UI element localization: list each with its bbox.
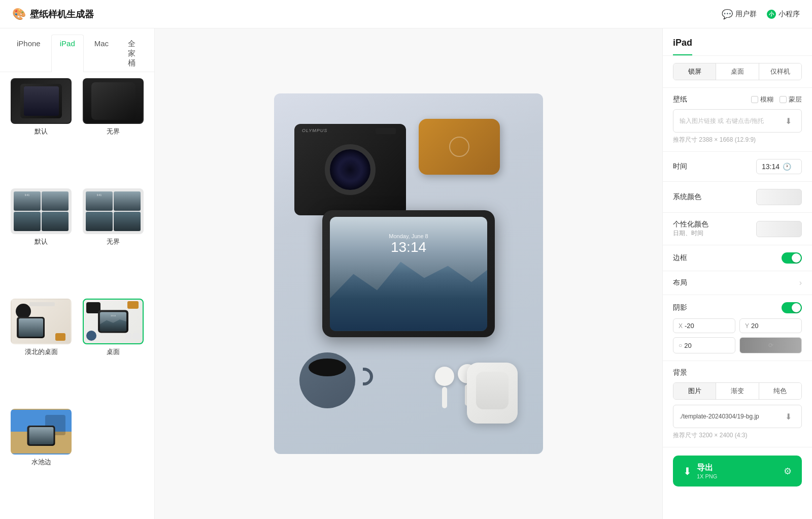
blur-circle-icon: ○ — [679, 342, 682, 349]
template-thumb-t1[interactable] — [11, 78, 72, 124]
fog-label: 蒙层 — [789, 95, 802, 104]
wallpaper-hint: 推荐尺寸 2388 × 1668 (12.9:9) — [673, 136, 802, 144]
tab-family[interactable]: 全家桶 — [119, 35, 146, 72]
preview-canvas: OLYMPUS Monday, June 8 13:14 — [274, 93, 543, 454]
bg-tab-image[interactable]: 图片 — [673, 383, 716, 399]
shadow-blur-value: 20 — [684, 342, 691, 349]
system-color-preview[interactable] — [756, 189, 802, 205]
export-sub-label: 1X PNG — [697, 473, 717, 479]
list-item[interactable]: 9:41 默认 — [8, 188, 74, 293]
layout-label: 布局 — [673, 278, 687, 287]
shadow-y-input[interactable]: Y 20 — [739, 318, 802, 333]
template-thumb-t7[interactable] — [11, 409, 72, 455]
time-section: 时间 13:14 🕐 — [663, 152, 812, 182]
personal-color-section: 个性化颜色 日期、时间 — [663, 213, 812, 245]
mini-program-label: 小程序 — [779, 10, 800, 19]
background-section: 背景 图片 渐变 纯色 ./template-20240304/19-bg.jp… — [663, 361, 812, 447]
list-item[interactable]: 9:41 无界 — [80, 188, 146, 293]
shadow-toggle[interactable] — [782, 302, 802, 313]
template-thumb-t3[interactable]: 9:41 — [11, 188, 72, 234]
ipad-device: Monday, June 8 13:14 — [322, 210, 495, 337]
bg-tab-solid[interactable]: 纯色 — [759, 383, 801, 399]
personal-color-sublabel: 日期、时间 — [673, 229, 708, 238]
shadow-y-label: Y — [745, 322, 749, 330]
blur-checkbox-box[interactable] — [751, 96, 758, 103]
shadow-blur-input[interactable]: ○ 20 — [673, 337, 735, 353]
tab-iphone[interactable]: iPhone — [8, 35, 49, 72]
preview-area: OLYMPUS Monday, June 8 13:14 — [155, 28, 662, 519]
template-label-t4: 无界 — [107, 237, 120, 246]
wallpaper-input-row: 输入图片链接 或 右键点击/拖托 ⬇ — [673, 109, 802, 133]
background-upload-btn[interactable]: ⬇ — [781, 409, 795, 424]
panel-title: iPad — [673, 38, 692, 55]
shadow-x-label: X — [679, 322, 683, 330]
template-thumb-t2[interactable] — [83, 78, 144, 124]
system-color-row: 系统颜色 — [673, 189, 802, 205]
list-item[interactable]: 默认 — [8, 78, 74, 182]
template-label-t3: 默认 — [35, 237, 48, 246]
mini-program-nav[interactable]: 小 小程序 — [767, 10, 800, 19]
template-thumb-t5[interactable] — [11, 299, 72, 344]
scene-airpods-left — [435, 367, 454, 408]
wechat-group-label: 用户群 — [735, 10, 757, 19]
template-label-t6: 桌面 — [107, 347, 120, 356]
shadow-x-input[interactable]: X -20 — [673, 318, 735, 333]
background-file-path: ./template-20240304/19-bg.jp — [680, 413, 781, 420]
template-label-t2: 无界 — [107, 127, 120, 136]
time-row: 时间 13:14 🕐 — [673, 159, 802, 174]
ipad-date-display: Monday, June 8 — [389, 233, 428, 239]
tab-ipad[interactable]: iPad — [51, 35, 84, 72]
template-thumb-t6[interactable]: 13:14 — [83, 299, 144, 344]
right-panel: iPad 锁屏 桌面 仅样机 壁纸 模糊 蒙层 — [662, 28, 812, 519]
list-item[interactable]: 13:14 桌面 — [80, 299, 146, 403]
border-label: 边框 — [673, 253, 687, 263]
list-item[interactable]: 水池边 — [8, 409, 74, 513]
wechat-group-nav[interactable]: 💬 用户群 — [722, 9, 757, 20]
clock-icon: 🕐 — [783, 163, 791, 171]
border-toggle[interactable] — [782, 252, 802, 264]
panel-title-bar: iPad — [663, 28, 812, 56]
export-button[interactable]: ⬇ 导出 1X PNG ⚙ — [673, 456, 802, 486]
shadow-color-preview[interactable]: ⟳ — [739, 337, 802, 353]
personal-color-label: 个性化颜色 — [673, 220, 708, 229]
shadow-row: 阴影 — [673, 302, 802, 313]
list-item[interactable]: 漠北的桌面 — [8, 299, 74, 403]
logo-icon: 🎨 — [12, 8, 26, 21]
personal-color-preview[interactable] — [756, 221, 802, 237]
wallpaper-upload-btn[interactable]: ⬇ — [781, 114, 795, 128]
subtab-desktop[interactable]: 桌面 — [716, 63, 759, 80]
shadow-blur-row: ○ 20 ⟳ — [673, 337, 802, 353]
mini-program-icon: 小 — [767, 10, 776, 19]
preview-background: OLYMPUS Monday, June 8 13:14 — [274, 93, 543, 454]
list-item[interactable]: 无界 — [80, 78, 146, 182]
time-value: 13:14 — [762, 163, 780, 171]
personal-color-row: 个性化颜色 日期、时间 — [673, 220, 802, 238]
main-layout: iPhone iPad Mac 全家桶 默认 — [0, 28, 812, 519]
subtab-lockscreen[interactable]: 锁屏 — [673, 63, 716, 80]
sidebar: iPhone iPad Mac 全家桶 默认 — [0, 28, 155, 519]
wechat-icon: 💬 — [722, 9, 733, 20]
template-label-t5: 漠北的桌面 — [25, 347, 58, 356]
time-input[interactable]: 13:14 🕐 — [756, 159, 802, 174]
fog-checkbox-box[interactable] — [780, 96, 787, 103]
wallpaper-label: 壁纸 — [673, 95, 687, 104]
blur-checkbox[interactable]: 模糊 — [751, 95, 773, 104]
layout-row: 布局 › — [673, 278, 802, 287]
template-thumb-t4[interactable]: 9:41 — [83, 188, 144, 234]
shadow-section: 阴影 X -20 Y 20 ○ 20 ⟳ — [663, 295, 812, 361]
scene-airpods-case — [467, 363, 518, 424]
bg-tab-gradient[interactable]: 渐变 — [716, 383, 759, 399]
tab-mac[interactable]: Mac — [86, 35, 117, 72]
ipad-time-display: 13:14 — [391, 239, 426, 255]
background-file-row: ./template-20240304/19-bg.jp ⬇ — [673, 405, 802, 428]
blur-label: 模糊 — [760, 95, 773, 104]
background-hint: 推荐尺寸 3200 × 2400 (4:3) — [673, 431, 802, 440]
export-label: 导出 — [697, 463, 717, 473]
fog-checkbox[interactable]: 蒙层 — [780, 95, 802, 104]
header: 🎨 壁纸样机生成器 💬 用户群 小 小程序 — [0, 0, 812, 28]
export-settings-icon[interactable]: ⚙ — [784, 466, 792, 477]
shadow-label: 阴影 — [673, 303, 687, 312]
personal-color-label-group: 个性化颜色 日期、时间 — [673, 220, 708, 238]
panel-subtabs-section: 锁屏 桌面 仅样机 — [663, 56, 812, 88]
subtab-sample-only[interactable]: 仅样机 — [759, 63, 801, 80]
